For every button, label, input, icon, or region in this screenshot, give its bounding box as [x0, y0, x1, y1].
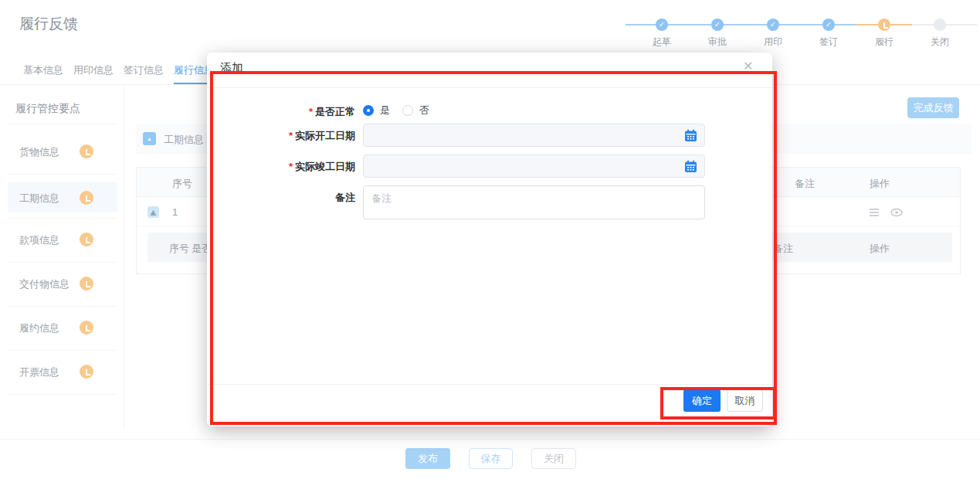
field-label-actual-end: *实际竣工日期: [207, 160, 355, 174]
step-seal-dot: ✓: [767, 19, 779, 31]
calendar-icon[interactable]: [683, 159, 698, 174]
required-marker: *: [289, 130, 293, 141]
step-line: [890, 24, 934, 25]
step-label-draft: 起草: [643, 36, 680, 49]
step-label-approve: 审批: [699, 36, 736, 49]
check-icon: ✓: [826, 21, 832, 29]
process-stepper: ✓ ✓ ✓ ✓ 起草 审批 用印 签订 履行 关闭: [618, 8, 980, 46]
sidebar-item-payment[interactable]: 款项信息: [8, 226, 117, 253]
check-icon: ✓: [659, 21, 665, 29]
sidebar-divider: [8, 306, 116, 307]
step-draft-dot: ✓: [656, 19, 668, 31]
radio-no-label[interactable]: 否: [419, 104, 429, 117]
sidebar-item-schedule[interactable]: 工期信息: [8, 182, 117, 212]
column-header-remark: 备注: [795, 177, 815, 191]
clock-icon: [80, 144, 93, 158]
close-icon[interactable]: ✕: [743, 59, 753, 73]
column-header-action: 操作: [870, 242, 890, 256]
column-header-action: 操作: [870, 177, 890, 191]
clock-icon: [80, 321, 93, 335]
sidebar-divider: [8, 124, 116, 124]
step-line: [835, 24, 878, 25]
actual-end-date-input[interactable]: [363, 155, 705, 178]
sidebar-divider: [8, 174, 116, 175]
publish-button[interactable]: 发布: [405, 448, 450, 469]
sidebar-item-label: 款项信息: [19, 233, 59, 247]
sidebar-item-invoice[interactable]: 开票信息: [8, 358, 117, 386]
footer-divider: [0, 439, 980, 440]
dialog-footer-divider: [207, 384, 772, 385]
app-window: 履行反馈 ✓ ✓ ✓ ✓ 起草 审批 用印 签订 履行 关闭 基本信息 用印信息…: [0, 0, 980, 479]
radio-no[interactable]: [402, 105, 413, 116]
sidebar-item-deliverable[interactable]: 交付物信息: [8, 270, 117, 297]
field-label-remark: 备注: [207, 191, 355, 205]
collapse-icon[interactable]: ▲: [148, 206, 159, 218]
confirm-button[interactable]: 确定: [683, 389, 721, 412]
step-label-perform: 履行: [866, 36, 903, 49]
tab-sign-info[interactable]: 签订信息: [124, 63, 164, 84]
dialog-title: 添加: [220, 61, 243, 76]
finish-feedback-button[interactable]: 完成反馈: [907, 97, 959, 118]
step-line: [626, 24, 656, 25]
clock-icon: [80, 191, 93, 205]
calendar-icon[interactable]: [683, 128, 698, 143]
column-header-remark: 备注: [773, 242, 793, 256]
actual-start-date-input[interactable]: [363, 124, 705, 147]
clock-icon: [80, 365, 93, 379]
sidebar-divider: [8, 350, 116, 351]
field-label-actual-start: *实际开工日期: [207, 129, 355, 143]
cancel-button[interactable]: 取消: [727, 389, 763, 412]
step-approve-dot: ✓: [711, 19, 724, 31]
page-title: 履行反馈: [19, 14, 78, 34]
sidebar-title: 履行管控要点: [15, 102, 80, 116]
sidebar-item-label: 货物信息: [19, 145, 59, 159]
remark-textarea[interactable]: [363, 185, 705, 219]
field-label-is-normal: *是否正常: [207, 105, 355, 119]
sidebar-item-goods[interactable]: 货物信息: [8, 138, 117, 165]
step-line: [724, 24, 767, 25]
step-label-seal: 用印: [754, 36, 792, 49]
section-title: 工期信息: [164, 133, 204, 147]
step-label-close: 关闭: [921, 36, 958, 49]
radio-yes-label[interactable]: 是: [380, 104, 390, 117]
step-line: [779, 24, 822, 25]
close-button[interactable]: 关闭: [531, 448, 576, 469]
sidebar-content-divider: [124, 85, 124, 429]
sidebar-divider: [8, 262, 116, 263]
step-line: [668, 24, 711, 25]
step-close-dot: [934, 19, 946, 31]
row-seq: 1: [172, 206, 178, 218]
required-marker: *: [309, 106, 313, 117]
sidebar-item-label: 开票信息: [19, 365, 59, 379]
step-label-sign: 签订: [810, 36, 847, 49]
column-header-seq: 序号: [172, 177, 192, 191]
check-icon: ✓: [770, 21, 776, 29]
tab-seal-info[interactable]: 用印信息: [73, 63, 114, 84]
eye-icon[interactable]: [890, 206, 904, 219]
sidebar-divider: [8, 218, 116, 219]
sidebar-divider: [8, 394, 116, 395]
sidebar-item-label: 工期信息: [19, 192, 59, 206]
clock-icon: [80, 277, 93, 290]
step-perform-dot: [878, 19, 890, 31]
clock-icon: [881, 22, 888, 29]
sidebar-item-label: 交付物信息: [19, 277, 70, 291]
is-normal-radio-group: 是 否: [363, 104, 436, 117]
step-line: [946, 24, 977, 25]
radio-yes[interactable]: [363, 105, 374, 116]
step-sign-dot: ✓: [822, 19, 835, 31]
clock-icon: [80, 233, 93, 246]
column-header-seq: 序号: [169, 242, 189, 256]
check-icon: ✓: [714, 21, 721, 29]
sidebar-item-fulfillment[interactable]: 履约信息: [8, 314, 117, 341]
dialog-header-divider: [207, 87, 772, 88]
collapse-icon[interactable]: ▲: [143, 132, 156, 145]
sidebar-item-label: 履约信息: [19, 321, 59, 335]
save-button[interactable]: 保存: [469, 448, 513, 469]
tab-basic-info[interactable]: 基本信息: [23, 63, 63, 84]
required-marker: *: [289, 161, 293, 172]
add-dialog: 添加 ✕ *是否正常 是 否 *实际开工日期: [207, 53, 772, 426]
detail-list-icon[interactable]: [868, 206, 880, 219]
